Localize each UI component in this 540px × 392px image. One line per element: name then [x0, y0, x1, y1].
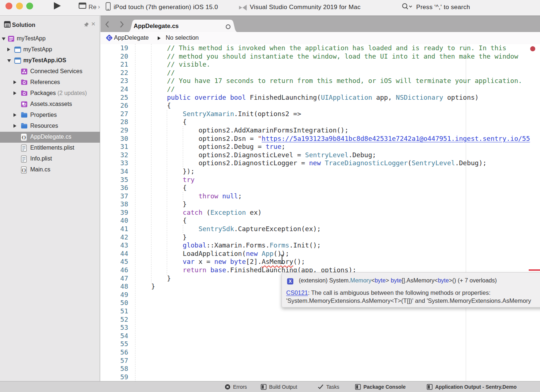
output-pad-icon — [355, 384, 361, 390]
line-number: 53 — [100, 324, 128, 332]
line-number: 40 — [100, 217, 128, 225]
plist-file-icon — [21, 155, 27, 164]
code-editor[interactable]: 1920212223242526272829303132333435363738… — [100, 44, 540, 381]
device-icon — [106, 2, 111, 12]
xcassets-icon — [21, 101, 28, 109]
navigate-back-button[interactable] — [105, 20, 110, 30]
tree-item-main-cs[interactable]: {}Main.cs — [0, 165, 100, 175]
tree-item-appdelegate-cs[interactable]: {}AppDelegate.cs — [0, 132, 100, 143]
line-number: 24 — [100, 85, 128, 94]
line-number: 50 — [100, 299, 128, 307]
code-line-26: { — [135, 102, 537, 110]
tab-label: AppDelegate.cs — [134, 23, 179, 29]
folder-purple-icon — [21, 90, 28, 98]
tree-item-label: Entitlements.plist — [30, 144, 74, 151]
error-tooltip: X (extension) System.Memory<byte> byte[]… — [281, 272, 540, 308]
disclosure-open-icon[interactable] — [7, 59, 11, 62]
statusbar-tasks[interactable]: Tasks — [318, 381, 339, 392]
error-indicator-dot[interactable] — [530, 46, 535, 51]
breadcrumb-selection[interactable]: No selection — [166, 34, 199, 41]
error-circle-icon — [225, 384, 230, 390]
tree-item-connected-services[interactable]: Connected Services — [0, 66, 100, 77]
tree-item-label: Resources — [30, 123, 58, 129]
svg-text:{}: {} — [21, 168, 26, 173]
line-number: 51 — [100, 307, 128, 316]
dsn-link[interactable]: https://5a193123a9b841bc8d8e42531e7242a1… — [262, 135, 530, 142]
code-line-56 — [135, 348, 537, 357]
line-number: 26 — [100, 102, 128, 110]
error-line-marker[interactable] — [529, 269, 540, 271]
code-line-27: SentryXamarin.Init(options2 => — [135, 110, 537, 118]
breadcrumb-type[interactable]: AppDelegate — [114, 34, 149, 41]
tree-item-references[interactable]: References — [0, 77, 100, 88]
tree-item-mytestapp[interactable]: myTestApp — [0, 44, 100, 55]
output-pad-icon — [427, 384, 433, 390]
line-number: 46 — [100, 266, 128, 274]
navigate-forward-button[interactable] — [119, 20, 125, 30]
unsaved-dot-icon[interactable] — [226, 24, 230, 29]
search-icon — [402, 3, 413, 12]
code-line-22: // — [135, 69, 537, 77]
line-number: 39 — [100, 209, 128, 217]
code-line-59 — [135, 373, 537, 381]
error-code-link[interactable]: CS0121 — [286, 289, 308, 296]
tree-item-label: Main.cs — [30, 166, 50, 173]
line-number: 25 — [100, 94, 128, 102]
solution-pad: Solution ✕ myTestAppmyTestAppmyTestApp.i… — [0, 16, 100, 381]
run-button[interactable] — [54, 2, 61, 9]
tree-item-mytestapp[interactable]: myTestApp — [0, 33, 100, 44]
statusbar-build-output[interactable]: Build Output — [261, 381, 297, 392]
code-line-52 — [135, 316, 537, 324]
code-line-24: // — [135, 85, 537, 94]
tree-item-label: Connected Services — [30, 68, 82, 75]
close-window-button[interactable] — [5, 3, 12, 9]
error-message-text: : The call is ambiguous between the foll… — [286, 289, 531, 304]
zoom-window-button[interactable] — [26, 3, 33, 9]
output-pad-icon — [261, 384, 267, 390]
disclosure-closed-icon[interactable] — [7, 48, 10, 51]
statusbar-item-label: Tasks — [326, 384, 339, 390]
tree-item-properties[interactable]: Properties — [0, 110, 100, 121]
disclosure-open-icon[interactable] — [2, 37, 5, 40]
close-icon[interactable]: ✕ — [91, 21, 96, 27]
line-number: 19 — [100, 44, 128, 52]
device-selector[interactable]: iPod touch (7th generation) iOS 15.0 — [114, 4, 218, 11]
code-line-25: public override bool FinishedLaunching(U… — [135, 94, 537, 102]
line-number: 43 — [100, 241, 128, 250]
line-number: 42 — [100, 233, 128, 242]
tree-item-label: myTestApp — [23, 46, 52, 53]
statusbar-package-console[interactable]: Package Console — [355, 381, 406, 392]
tree-item-resources[interactable]: Resources — [0, 121, 100, 132]
code-line-31: options2.Debug = true; — [135, 143, 537, 151]
disclosure-closed-icon[interactable] — [13, 124, 16, 128]
statusbar-application-output-sentry-demo[interactable]: Application Output - Sentry.Demo — [427, 381, 517, 392]
disclosure-closed-icon[interactable] — [13, 113, 16, 117]
disclosure-closed-icon[interactable] — [13, 91, 16, 95]
line-number: 47 — [100, 274, 128, 283]
tree-item-packages[interactable]: Packages (2 updates) — [0, 88, 100, 99]
tab-strip: AppDelegate.cs — [100, 16, 540, 32]
signature-text: (extension) System.Memory<byte> byte[].A… — [299, 277, 497, 284]
tree-item-mytestapp-ios[interactable]: myTestApp.iOS — [0, 55, 100, 66]
disclosure-closed-icon[interactable] — [13, 80, 16, 84]
line-number: 58 — [100, 365, 128, 373]
configuration-selector[interactable]: Re — [88, 4, 96, 11]
code-line-51 — [135, 307, 537, 316]
tree-item-info-plist[interactable]: Info.plist — [0, 154, 100, 165]
breadcrumb: C AppDelegate No selection — [100, 32, 540, 44]
csharp-class-icon: C — [105, 34, 113, 43]
pin-icon[interactable] — [83, 22, 90, 29]
line-number: 33 — [100, 159, 128, 167]
statusbar-item-label: Package Console — [363, 384, 406, 390]
search-input[interactable]: Press '^,' to search — [416, 4, 470, 11]
line-number: 55 — [100, 340, 128, 348]
tree-item-assets-xcassets[interactable]: Assets.xcassets — [0, 99, 100, 110]
tree-item-label: Properties — [30, 112, 57, 118]
statusbar-errors[interactable]: Errors — [225, 381, 247, 392]
tree-item-entitlements-plist[interactable]: Entitlements.plist — [0, 143, 100, 154]
project-icon — [14, 57, 21, 66]
csharp-file-icon: {} — [21, 134, 27, 142]
solution-icon — [8, 35, 15, 44]
code-line-35: try — [135, 176, 537, 184]
minimize-window-button[interactable] — [16, 3, 23, 9]
